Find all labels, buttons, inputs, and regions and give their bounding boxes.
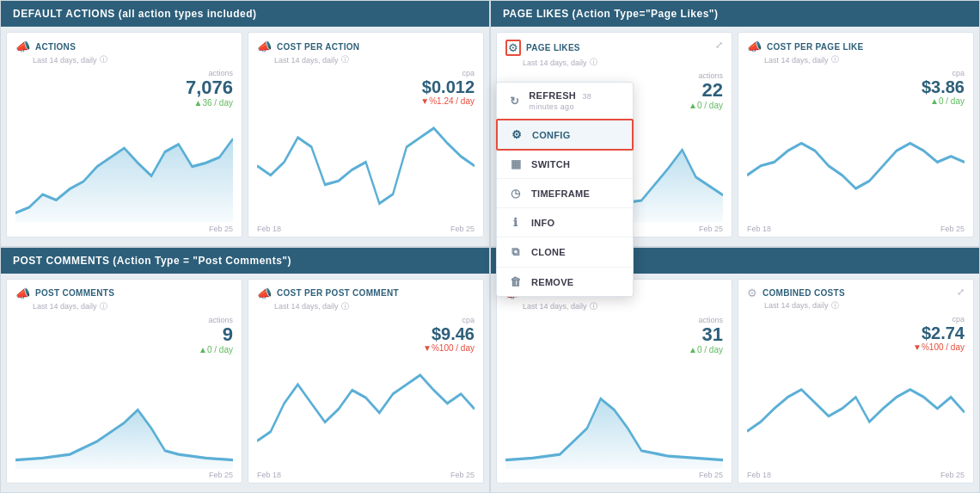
widgets-row-post-comments: 📣 POST COMMENTS Last 14 days, daily ⓘ ac… (1, 274, 489, 490)
widget-pl-title: PAGE LIKES (526, 43, 580, 52)
gear-icon-cc[interactable]: ⚙ (747, 287, 757, 299)
widget-cpa-value-label: cpa (462, 69, 475, 77)
widget-cppc-value: $9.46 (432, 324, 475, 343)
refresh-icon: ↻ (509, 95, 520, 108)
widget-cc-header: ⚙ COMBINED COSTS Last 14 days, daily ⓘ ⤢ (747, 287, 965, 311)
widget-pc-chart (15, 358, 233, 469)
widget-pcb-value: 31 (702, 324, 723, 345)
config-icon: ⚙ (510, 128, 524, 141)
dropdown-remove-label: REMOVE (531, 277, 573, 287)
widget-actions-subtitle: Last 14 days, daily ⓘ (33, 54, 107, 65)
clone-icon: ⧉ (509, 245, 523, 259)
widget-cost-per-action: 📣 COST PER ACTION Last 14 days, daily ⓘ … (248, 32, 484, 237)
widget-pcb-change: ▲0 / day (689, 345, 723, 354)
widget-cppc-title-area: 📣 COST PER POST COMMENT (257, 287, 399, 300)
pc-chart-svg (15, 358, 233, 469)
widget-cc-value-area: cpa $2.74 ▼%100 / day (747, 315, 965, 352)
widget-actions-date: Feb 25 (15, 225, 233, 233)
widget-post-comments-b: 📣 POST COMMENTS Last 14 days, daily ⓘ ac… (496, 279, 732, 484)
widget-pl-header: ⚙ PAGE LIKES Last 14 days, daily ⓘ ⤢ (505, 40, 723, 68)
section-header-page-likes: PAGE LIKES (Action Type="Page Likes") (491, 1, 979, 27)
dropdown-menu[interactable]: ↻ REFRESH 38 minutes ago ⚙ CONFIG ▦ SWIT… (496, 82, 634, 297)
info-icon: ℹ (509, 216, 523, 229)
widget-cc-title-area: ⚙ COMBINED COSTS (747, 287, 845, 299)
widget-pc-value-area: actions 9 ▲0 / day (15, 316, 233, 354)
widgets-row-mments: 📣 POST COMMENTS Last 14 days, daily ⓘ ac… (491, 274, 979, 490)
widget-post-comments: 📣 POST COMMENTS Last 14 days, daily ⓘ ac… (6, 279, 242, 484)
widget-cppc-date-start: Feb 18 (257, 471, 281, 479)
dropdown-item-config[interactable]: ⚙ CONFIG (496, 119, 634, 151)
widget-cc-change: ▼%100 / day (913, 342, 965, 352)
widget-cppl-header: 📣 COST PER PAGE LIKE Last 14 days, daily… (747, 40, 965, 65)
switch-icon: ▦ (509, 157, 523, 170)
cppl-chart-svg (747, 109, 965, 223)
pcb-chart-svg (505, 358, 723, 469)
widget-combined-costs: ⚙ COMBINED COSTS Last 14 days, daily ⓘ ⤢… (738, 279, 974, 484)
section-header-default-actions: DEFAULT ACTIONS (all action types includ… (1, 1, 489, 27)
widget-cpa-date-start: Feb 18 (257, 225, 281, 233)
widget-cppc-dates: Feb 18 Feb 25 (257, 469, 475, 479)
widget-cppc-chart (257, 356, 475, 470)
widget-cc-chart (747, 355, 965, 470)
widget-cppc-title: COST PER POST COMMENT (277, 288, 399, 298)
widget-cppc-header: 📣 COST PER POST COMMENT Last 14 days, da… (257, 287, 475, 312)
widget-cc-date-start: Feb 18 (747, 471, 771, 479)
cpa-chart-svg (257, 109, 475, 223)
dropdown-item-switch[interactable]: ▦ SWITCH (497, 150, 633, 179)
dropdown-item-info[interactable]: ℹ INFO (497, 208, 633, 237)
dropdown-item-timeframe[interactable]: ◷ TIMEFRAME (497, 179, 633, 208)
widget-cost-per-post-comment: 📣 COST PER POST COMMENT Last 14 days, da… (248, 279, 484, 484)
megaphone-icon-4: 📣 (747, 40, 762, 53)
widget-pl-value: 22 (702, 80, 723, 101)
megaphone-icon-2: 📣 (257, 40, 272, 53)
expand-icon[interactable]: ⤢ (715, 40, 723, 51)
widget-cpa-value: $0.012 (422, 77, 475, 96)
widget-cc-subtitle: Last 14 days, daily ⓘ (764, 300, 845, 311)
widget-pc-title-area: 📣 POST COMMENTS (15, 287, 114, 300)
widget-pcb-date: Feb 25 (505, 471, 723, 479)
cppc-chart-svg (257, 356, 475, 470)
widget-cc-title: COMBINED COSTS (763, 288, 845, 298)
widget-cppl-value: $3.86 (922, 77, 965, 96)
section-header-post-comments: POST COMMENTS (Action Type = "Post Comme… (1, 248, 489, 274)
widget-cpa-header: 📣 COST PER ACTION Last 14 days, daily ⓘ (257, 40, 475, 65)
widget-cppl-subtitle: Last 14 days, daily ⓘ (764, 54, 863, 65)
widget-actions-change: ▲36 / day (194, 98, 233, 108)
widget-pl-subtitle: Last 14 days, daily ⓘ (523, 57, 597, 68)
widget-pcb-value-area: actions 31 ▲0 / day (505, 316, 723, 354)
info-circle-icon: ⓘ (100, 54, 107, 65)
info-circle-icon-8: ⓘ (831, 300, 839, 311)
dropdown-item-remove[interactable]: 🗑 REMOVE (497, 268, 633, 296)
actions-chart-svg (15, 111, 233, 222)
widget-cc-date-end: Feb 25 (940, 471, 965, 479)
gear-red-icon[interactable]: ⚙ (505, 40, 521, 56)
widget-cpa-date-end: Feb 25 (450, 225, 475, 233)
info-circle-icon-6: ⓘ (341, 301, 349, 312)
widget-pc-title: POST COMMENTS (35, 288, 114, 298)
widget-cppc-value-area: cpa $9.46 ▼%100 / day (257, 316, 475, 353)
dropdown-item-clone[interactable]: ⧉ CLONE (497, 237, 633, 268)
remove-icon: 🗑 (509, 275, 523, 288)
dropdown-switch-label: SWITCH (531, 159, 570, 169)
widget-cppl-dates: Feb 18 Feb 25 (747, 223, 965, 233)
widget-cost-per-page-like: 📣 COST PER PAGE LIKE Last 14 days, daily… (738, 32, 974, 237)
widget-cc-dates: Feb 18 Feb 25 (747, 469, 965, 479)
expand-icon-cc[interactable]: ⤢ (957, 287, 965, 298)
widget-pc-date: Feb 25 (15, 471, 233, 479)
widget-pc-value-label: actions (208, 316, 233, 324)
widget-pc-header: 📣 POST COMMENTS Last 14 days, daily ⓘ (15, 287, 233, 312)
widget-actions-title: ACTIONS (35, 42, 76, 52)
dropdown-item-refresh[interactable]: ↻ REFRESH 38 minutes ago (497, 83, 633, 120)
widget-cpa-dates: Feb 18 Feb 25 (257, 223, 475, 233)
dropdown-config-label: CONFIG (532, 130, 571, 140)
widget-pcb-chart (505, 358, 723, 469)
widget-cpa-chart (257, 109, 475, 223)
widget-pc-subtitle: Last 14 days, daily ⓘ (33, 301, 114, 312)
section-post-comments: POST COMMENTS (Action Type = "Post Comme… (0, 247, 490, 494)
info-circle-icon-3: ⓘ (590, 57, 597, 68)
widget-cpa-change: ▼%1.24 / day (420, 96, 475, 106)
widget-cppl-date-end: Feb 25 (940, 225, 965, 233)
dropdown-timeframe-label: TIMEFRAME (531, 188, 590, 199)
widget-cpa-value-area: cpa $0.012 ▼%1.24 / day (257, 69, 475, 106)
dashboard: DEFAULT ACTIONS (all action types includ… (0, 0, 980, 493)
